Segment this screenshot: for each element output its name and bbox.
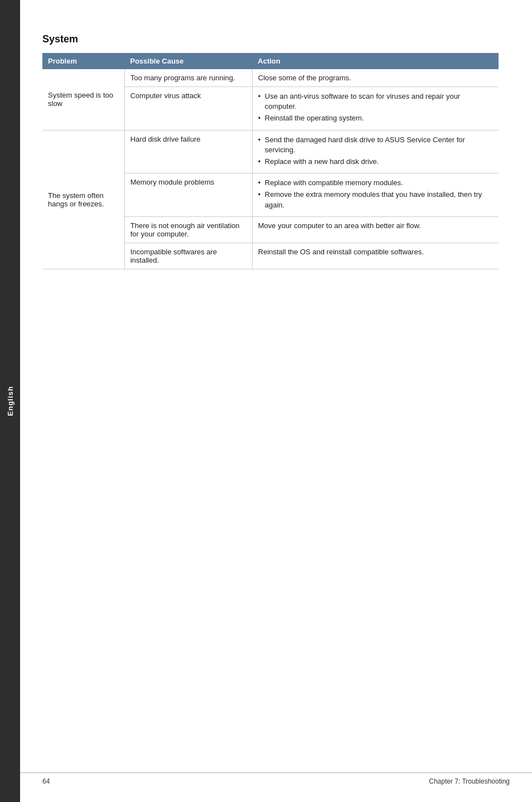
sidebar-label: English [6, 386, 14, 416]
bullet-item: Send the damaged hard disk drive to ASUS… [258, 135, 493, 155]
header-problem: Problem [42, 53, 124, 69]
troubleshooting-table: Problem Possible Cause Action System spe… [42, 53, 499, 269]
cause-cell: Hard disk drive failure [124, 130, 252, 173]
table-row: The system often hangs or freezes.Hard d… [42, 130, 499, 173]
action-cell: Move your computer to an area with bette… [252, 216, 499, 243]
cause-cell: Computer virus attack [124, 87, 252, 131]
cause-cell: Incompatible softwares are installed. [124, 243, 252, 269]
footer: 64 Chapter 7: Troubleshooting [20, 772, 532, 785]
sidebar: English [0, 0, 20, 802]
bullet-item: Reinstall the operating system. [258, 113, 493, 123]
section-title: System [42, 33, 499, 45]
bullet-item: Replace with compatible memory modules. [258, 178, 493, 188]
page-number: 64 [42, 777, 50, 785]
page: English System Problem Possible Cause Ac… [0, 0, 532, 802]
action-cell: Reinstall the OS and reinstall compatibl… [252, 243, 499, 269]
header-cause: Possible Cause [124, 53, 252, 69]
problem-cell: The system often hangs or freezes. [42, 130, 124, 269]
action-cell: Close some of the programs. [252, 69, 499, 87]
action-cell: Replace with compatible memory modules.R… [252, 173, 499, 217]
chapter-label: Chapter 7: Troubleshooting [429, 777, 510, 785]
table-row: System speed is too slowToo many program… [42, 69, 499, 87]
action-cell: Send the damaged hard disk drive to ASUS… [252, 130, 499, 173]
cause-cell: Memory module problems [124, 173, 252, 217]
bullet-item: Replace with a new hard disk drive. [258, 157, 493, 167]
main-content: System Problem Possible Cause Action Sys… [20, 0, 532, 802]
bullet-item: Use an anti-virus software to scan for v… [258, 91, 493, 112]
problem-cell: System speed is too slow [42, 69, 124, 130]
header-action: Action [252, 53, 499, 69]
action-cell: Use an anti-virus software to scan for v… [252, 87, 499, 131]
cause-cell: There is not enough air ventilation for … [124, 216, 252, 243]
cause-cell: Too many programs are running. [124, 69, 252, 87]
bullet-item: Remove the extra memory modules that you… [258, 190, 493, 210]
